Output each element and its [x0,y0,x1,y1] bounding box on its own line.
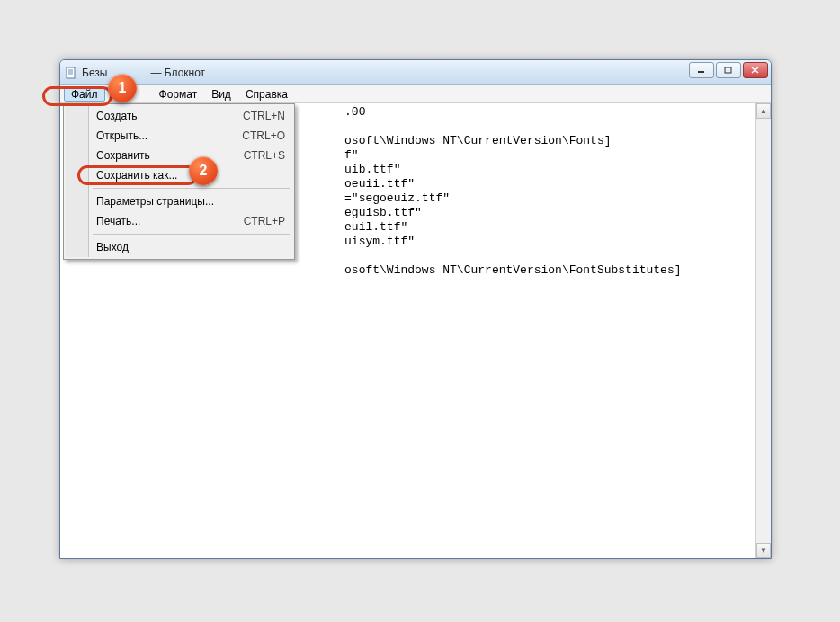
menu-item-label: Выход [96,241,129,253]
menu-item-new[interactable]: Создать CTRL+N [66,106,292,126]
scroll-up-button[interactable]: ▲ [756,103,771,119]
menu-item-shortcut: CTRL+P [244,215,285,227]
menu-item-label: Печать... [96,215,140,227]
maximize-button[interactable] [716,62,741,78]
annotation-marker-2: 2 [189,156,218,185]
menu-item-page-setup[interactable]: Параметры страницы... [66,191,292,211]
menubar: Файл Формат Вид Справка [60,85,771,103]
menu-item-save-as[interactable]: Сохранить как... [66,165,292,185]
minimize-button[interactable] [689,62,714,78]
menu-item-label: Создать [96,110,138,122]
notepad-icon [64,66,78,80]
menu-item-save[interactable]: Сохранить CTRL+S [66,146,292,165]
scroll-down-button[interactable]: ▼ [756,543,771,558]
title-text-post: — Блокнот [150,67,205,79]
title-text-pre: Безы [82,67,107,79]
menu-separator [93,234,290,235]
menu-format[interactable]: Формат [152,87,205,102]
file-dropdown-menu: Создать CTRL+N Открыть... CTRL+O Сохрани… [63,103,295,260]
menu-item-shortcut: CTRL+S [244,149,285,162]
menu-item-shortcut: CTRL+O [242,129,285,142]
menu-item-label: Параметры страницы... [96,195,214,208]
menu-item-open[interactable]: Открыть... CTRL+O [66,126,292,146]
menu-item-exit[interactable]: Выход [66,237,292,257]
menu-item-label: Сохранить как... [96,169,177,182]
annotation-marker-1: 1 [108,74,137,102]
menu-item-label: Сохранить [96,149,150,162]
menu-item-print[interactable]: Печать... CTRL+P [66,211,292,231]
vertical-scrollbar[interactable]: ▲ ▼ [755,103,771,558]
svg-rect-5 [725,67,731,73]
menu-view[interactable]: Вид [204,87,238,102]
notepad-window: Безы — Блокнот Файл Формат Вид Справка .… [59,59,772,559]
menu-item-shortcut: CTRL+N [243,110,285,122]
svg-rect-0 [67,67,75,78]
menu-item-label: Открыть... [96,129,147,142]
menu-file[interactable]: Файл [64,87,105,102]
menu-help[interactable]: Справка [238,87,295,102]
menu-separator [93,188,290,189]
window-controls [689,62,768,78]
close-button[interactable] [743,62,768,78]
titlebar[interactable]: Безы — Блокнот [60,60,771,85]
